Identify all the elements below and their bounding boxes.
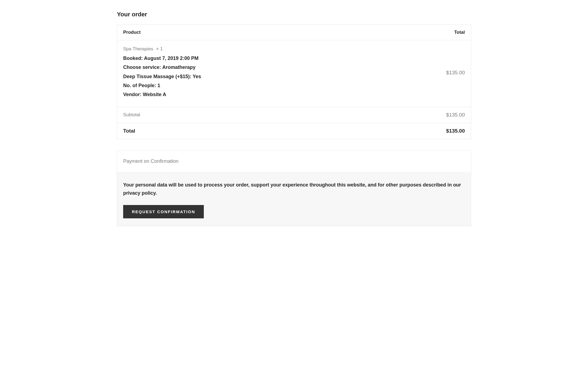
payment-footer: Your personal data will be used to proce…	[117, 172, 471, 226]
column-header-total: Total	[381, 25, 471, 40]
product-title: Spa Therapies	[123, 46, 153, 51]
product-booked: Booked: August 7, 2019 2:00 PM	[123, 54, 375, 63]
privacy-text-suffix: .	[156, 190, 157, 196]
payment-box: Payment on Confirmation Your personal da…	[117, 151, 471, 226]
total-value: $135.00	[381, 123, 471, 139]
order-container: Your order Product Total Spa Therapies ×…	[117, 11, 471, 226]
request-confirmation-button[interactable]: Request Confirmation	[123, 205, 204, 218]
order-review-table: Product Total Spa Therapies × 1 Booked: …	[117, 25, 471, 139]
product-people: No. of People: 1	[123, 81, 375, 90]
order-item-details: Spa Therapies × 1 Booked: August 7, 2019…	[117, 40, 381, 107]
product-price: $135.00	[381, 40, 471, 107]
product-name: Spa Therapies × 1	[123, 46, 375, 52]
order-item-row: Spa Therapies × 1 Booked: August 7, 2019…	[117, 40, 471, 107]
privacy-policy-text: Your personal data will be used to proce…	[123, 181, 465, 197]
product-vendor: Vendor: Website A	[123, 90, 375, 99]
product-service: Choose service: Aromatherapy	[123, 63, 375, 72]
column-header-product: Product	[117, 25, 381, 40]
payment-method-label: Payment on Confirmation	[117, 151, 471, 172]
product-addon: Deep Tissue Massage (+$15): Yes	[123, 72, 375, 81]
subtotal-label: Subtotal	[117, 107, 381, 123]
total-label: Total	[117, 123, 381, 139]
subtotal-value: $135.00	[381, 107, 471, 123]
product-quantity: × 1	[156, 46, 163, 51]
page-title: Your order	[117, 11, 471, 18]
privacy-text-main: Your personal data will be used to proce…	[123, 182, 461, 188]
privacy-policy-link[interactable]: privacy policy	[123, 190, 156, 196]
